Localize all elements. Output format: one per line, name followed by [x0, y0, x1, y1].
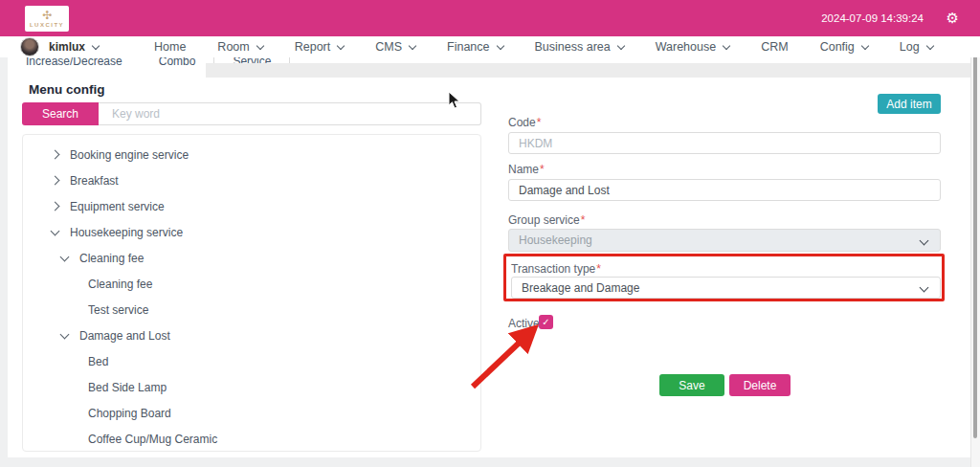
tree-item[interactable]: Bed	[23, 348, 480, 374]
nav-item-label: Finance	[447, 40, 489, 54]
tab-strip-filler	[206, 63, 970, 78]
tree-item-label: Booking engine service	[70, 148, 189, 162]
nav-list: Home Room Report CMS Finance Business ar…	[122, 40, 933, 54]
search-bar: Search	[22, 102, 481, 125]
avatar[interactable]	[20, 37, 39, 56]
scrollbar-track[interactable]	[970, 36, 980, 467]
tree-item-label: Damage and Lost	[79, 329, 170, 343]
tree-item-label: Cleaning fee	[88, 278, 152, 291]
service-tree: Booking engine service Breakfast Equipme…	[22, 134, 481, 452]
tree-item[interactable]: Coffee Cup/Mug Ceramic	[23, 426, 480, 452]
nav-item[interactable]: Business area	[535, 40, 624, 54]
required-asterisk: *	[596, 262, 601, 276]
transaction-type-value: Breakage and Damage	[522, 281, 639, 295]
nav-item[interactable]: Home	[154, 40, 186, 54]
chevron-down-icon	[925, 42, 933, 50]
chevron-down-icon	[409, 42, 416, 50]
tree-item-label: Cleaning fee	[79, 252, 144, 265]
delete-button[interactable]: Delete	[729, 374, 791, 396]
required-asterisk: *	[540, 163, 545, 176]
tree-chevron-icon	[51, 226, 60, 235]
top-bar: ✣ LUXCITY 2024-07-09 14:39:24 ⚙	[0, 0, 980, 36]
tree-item-label: Chopping Board	[88, 407, 171, 420]
nav-item-label: Room	[217, 40, 249, 54]
app-logo[interactable]: ✣ LUXCITY	[25, 6, 69, 32]
chevron-down-icon	[496, 42, 503, 50]
logo-flower-icon: ✣	[42, 10, 52, 21]
tree-item-label: Equipment service	[70, 200, 165, 213]
chevron-down-icon	[616, 42, 624, 50]
group-service-label: Group service*	[508, 213, 585, 227]
tree-item[interactable]: Cleaning fee	[23, 271, 480, 297]
chevron-down-icon	[256, 42, 263, 50]
tree-item[interactable]: Cleaning fee	[23, 245, 480, 271]
nav-item[interactable]: Warehouse	[656, 40, 729, 54]
tree-chevron-icon	[60, 329, 70, 339]
logo-text: LUXCITY	[30, 22, 64, 28]
active-label: Active	[508, 317, 540, 330]
nav-item-label: Config	[820, 40, 855, 54]
tree-item[interactable]: Damage and Lost	[23, 322, 480, 348]
nav-item-label: Report	[295, 40, 331, 54]
tree-item[interactable]: Breakfast	[23, 167, 480, 193]
tree-item[interactable]: Housekeeping service	[23, 219, 480, 245]
tree-item-label: Coffee Cup/Mug Ceramic	[88, 433, 217, 446]
chevron-down-icon	[337, 42, 345, 50]
tree-item[interactable]: Test service	[23, 297, 480, 322]
required-asterisk: *	[537, 116, 542, 129]
nav-item[interactable]: Config	[820, 40, 868, 54]
tree-item-label: Housekeeping service	[70, 226, 183, 239]
name-field[interactable]	[508, 179, 941, 201]
tab-label: Increase/Decrease	[26, 57, 122, 71]
tree-item-label: Bed	[88, 355, 108, 368]
tree-item[interactable]: Booking engine service	[23, 142, 480, 167]
tab[interactable]: Increase/Decrease	[8, 57, 141, 75]
nav-item[interactable]: Report	[295, 40, 345, 54]
nav-item-label: CMS	[375, 40, 402, 54]
tree-chevron-icon	[60, 252, 70, 261]
nav-item-label: Business area	[535, 40, 611, 54]
code-field[interactable]	[508, 132, 941, 154]
chevron-down-icon	[920, 236, 929, 246]
nav-item[interactable]: CMS	[375, 40, 415, 54]
nav-item-label: CRM	[761, 40, 788, 54]
user-menu[interactable]: kimlux	[49, 40, 85, 54]
search-input[interactable]	[99, 102, 481, 125]
chevron-down-icon	[861, 42, 869, 50]
nav-item[interactable]: Room	[217, 40, 262, 54]
add-item-button[interactable]: Add item	[878, 94, 941, 114]
scrollbar-thumb[interactable]	[973, 56, 977, 438]
tree-chevron-icon	[51, 150, 60, 160]
tree-chevron-icon	[51, 202, 60, 211]
datetime-display: 2024-07-09 14:39:24	[821, 0, 924, 36]
chevron-down-icon	[920, 283, 929, 293]
tab-label: Combo	[159, 57, 196, 71]
save-button[interactable]: Save	[659, 374, 724, 396]
tree-chevron-icon	[51, 176, 60, 186]
nav-item-label: Warehouse	[656, 40, 716, 54]
chevron-down-icon	[92, 42, 100, 50]
active-checkbox[interactable]: ✓	[539, 315, 553, 329]
group-service-value: Housekeeping	[519, 234, 592, 247]
code-label: Code*	[508, 116, 541, 129]
tree-item[interactable]: Equipment service	[23, 193, 480, 219]
tree-item[interactable]: Chopping Board	[23, 400, 480, 426]
gear-icon[interactable]: ⚙	[947, 0, 959, 36]
group-service-select[interactable]: Housekeeping	[508, 229, 941, 252]
nav-item-label: Log	[900, 40, 920, 54]
page-title: Menu config	[29, 82, 105, 97]
required-asterisk: *	[581, 213, 586, 227]
nav-item[interactable]: Finance	[447, 40, 502, 54]
transaction-type-label: Transaction type*	[511, 262, 601, 276]
nav-item[interactable]: CRM	[761, 40, 788, 54]
tree-item-label: Breakfast	[70, 174, 119, 188]
main-nav: kimlux Home Room Report CMS Finance Busi…	[0, 36, 980, 57]
nav-item[interactable]: Log	[900, 40, 933, 54]
name-label: Name*	[508, 163, 545, 176]
tree-item-label: Test service	[88, 303, 148, 317]
search-button[interactable]: Search	[22, 102, 99, 125]
transaction-type-select[interactable]: Breakage and Damage	[511, 277, 941, 299]
tab[interactable]: Combo	[141, 57, 214, 75]
tree-item[interactable]: Bed Side Lamp	[23, 374, 480, 400]
chevron-down-icon	[723, 42, 730, 50]
